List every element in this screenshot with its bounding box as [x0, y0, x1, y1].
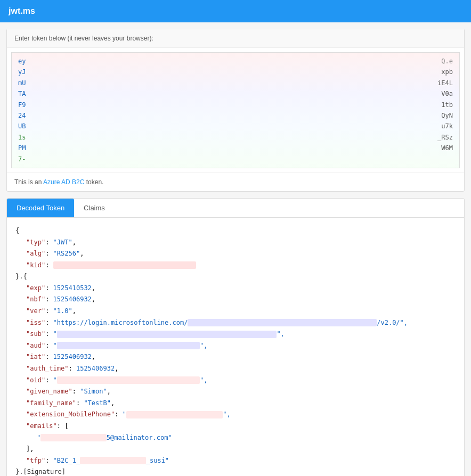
json-sub: "sub": " ",: [15, 329, 456, 340]
json-emails-close: ],: [15, 444, 456, 455]
json-alg: "alg": "RS256",: [15, 248, 456, 260]
decoded-token-card: Decoded Token Claims { "typ": "JWT", "al…: [6, 198, 465, 476]
token-line: 24 QyN: [16, 110, 455, 121]
tabs-container: Decoded Token Claims: [7, 199, 464, 218]
json-iss: "iss": "https://login.microsoftonline.co…: [15, 317, 456, 329]
json-close-header: }.{: [15, 271, 456, 283]
token-line: yJ xpb: [16, 67, 455, 77]
token-line: 7-: [16, 154, 455, 165]
token-line: ey Q.e: [16, 56, 455, 67]
token-input-card: Enter token below (it never leaves your …: [6, 29, 465, 192]
json-emails: "emails": [: [15, 421, 456, 432]
json-tfp: "tfp": "B2C_1_ _susi": [15, 455, 456, 467]
token-line: 1s _RSz: [16, 132, 455, 143]
app-title: jwt.ms: [9, 6, 35, 15]
json-email-value: " 5@mailinator.com": [15, 432, 456, 444]
json-close-payload: }.[Signature]: [15, 466, 456, 476]
sub-redacted: [57, 331, 277, 338]
json-ext-mobile: "extension_MobilePhone": " ",: [15, 409, 456, 421]
token-line: mU iE4L: [16, 78, 455, 88]
json-iat: "iat": 1525406932,: [15, 351, 456, 363]
token-info-suffix: token.: [84, 178, 103, 186]
json-oid: "oid": " ",: [15, 375, 456, 387]
json-given-name: "given_name": "Simon",: [15, 386, 456, 398]
token-textarea-wrapper[interactable]: ey Q.e yJ xpb mU iE4L TA V0a F9 1tb: [7, 48, 464, 173]
token-line: F9 1tb: [16, 100, 455, 110]
mobile-redacted: [126, 411, 223, 418]
json-open-brace: {: [15, 227, 19, 234]
email-redacted: [40, 434, 107, 441]
json-ver: "ver": "1.0",: [15, 306, 456, 317]
json-auth-time: "auth_time": 1525406932,: [15, 363, 456, 375]
token-info: This is an Azure AD B2C token.: [7, 173, 464, 191]
token-card-header: Enter token below (it never leaves your …: [7, 29, 464, 48]
kid-redacted: [53, 261, 196, 269]
token-line: TA V0a: [16, 88, 455, 99]
azure-ad-link[interactable]: Azure AD B2C: [43, 178, 84, 186]
tab-claims[interactable]: Claims: [74, 199, 115, 217]
app-header: jwt.ms: [0, 0, 471, 22]
token-description: Enter token below (it never leaves your …: [14, 35, 153, 42]
json-aud: "aud": " ",: [15, 340, 456, 352]
json-typ: "typ": "JWT",: [15, 237, 456, 249]
main-content: Enter token below (it never leaves your …: [0, 22, 471, 476]
json-family-name: "family_name": "TestB",: [15, 398, 456, 409]
json-exp: "exp": 1525410532,: [15, 283, 456, 294]
tfp-redacted: [80, 457, 146, 464]
aud-redacted: [57, 342, 200, 349]
json-nbf: "nbf": 1525406932,: [15, 294, 456, 306]
token-info-text: This is an: [14, 178, 43, 186]
json-content: { "typ": "JWT", "alg": "RS256", "kid": }…: [7, 218, 464, 476]
token-line: UB u7k: [16, 121, 455, 132]
tab-decoded-token[interactable]: Decoded Token: [7, 199, 74, 217]
iss-redacted: [188, 319, 377, 326]
token-line: PM W6M: [16, 143, 455, 153]
oid-redacted: [57, 376, 200, 384]
token-display: ey Q.e yJ xpb mU iE4L TA V0a F9 1tb: [11, 52, 460, 168]
json-kid: "kid":: [15, 260, 456, 272]
